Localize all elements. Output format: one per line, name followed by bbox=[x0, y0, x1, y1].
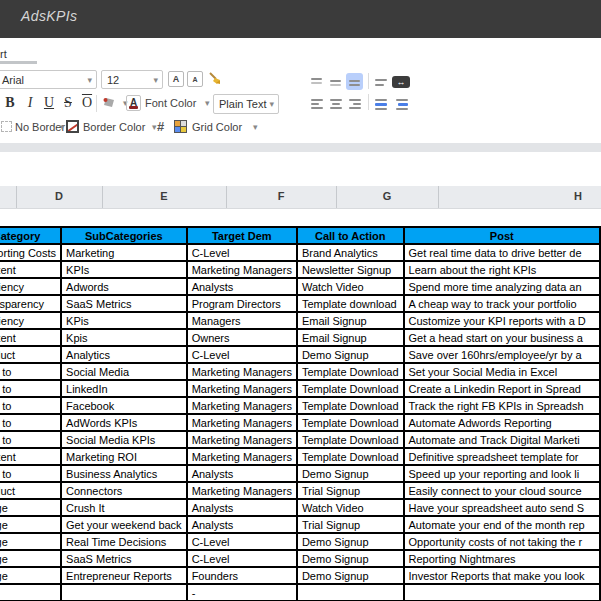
cell-category[interactable]: Reporting Costs bbox=[0, 244, 61, 261]
cell-target-dem[interactable]: Marketing Managers bbox=[187, 363, 297, 380]
cell-subcategories[interactable]: Crush It bbox=[61, 499, 187, 516]
cell-call-to-action[interactable]: Template Download bbox=[297, 380, 404, 397]
cell-category[interactable]: Image bbox=[0, 550, 61, 567]
cell-subcategories[interactable]: KPIs bbox=[61, 261, 187, 278]
border-color-icon[interactable] bbox=[66, 120, 79, 133]
cell-target-dem[interactable]: Program Directors bbox=[187, 295, 297, 312]
cell-subcategories[interactable]: Adwords bbox=[61, 278, 187, 295]
cell-category[interactable]: How to bbox=[0, 380, 61, 397]
chevron-down-icon[interactable]: ▾ bbox=[152, 122, 157, 132]
cell-subcategories[interactable]: Social Media KPIs bbox=[61, 431, 187, 448]
table-header-subcategories[interactable]: SubCategories bbox=[61, 227, 187, 244]
cell-subcategories[interactable]: Real Time Decisions bbox=[61, 533, 187, 550]
cell-category[interactable]: Product bbox=[0, 482, 61, 499]
grid-color-label[interactable]: Grid Color bbox=[192, 121, 242, 133]
cell-call-to-action[interactable]: Template Download bbox=[297, 397, 404, 414]
overline-button[interactable]: O bbox=[79, 95, 95, 111]
cell-category[interactable]: How to bbox=[0, 414, 61, 431]
cell-post[interactable]: Have your spreadsheet auto send S bbox=[404, 499, 600, 516]
cell-post[interactable]: Speed up your reporting and look li bbox=[404, 465, 600, 482]
font-color-label[interactable]: Font Color bbox=[145, 97, 196, 109]
font-size-select[interactable]: 12 ▾ bbox=[101, 70, 163, 89]
cell-category[interactable]: Content bbox=[0, 261, 61, 278]
cell-subcategories[interactable]: LinkedIn bbox=[61, 380, 187, 397]
vertical-align-top-button[interactable] bbox=[308, 74, 325, 91]
chevron-down-icon[interactable]: ▾ bbox=[253, 122, 258, 132]
bold-button[interactable]: B bbox=[2, 95, 18, 111]
cell-call-to-action[interactable]: Template Download bbox=[297, 363, 404, 380]
cell-post[interactable]: Create a Linkedin Report in Spread bbox=[404, 380, 600, 397]
column-separator[interactable] bbox=[226, 186, 227, 208]
cell-target-dem[interactable]: C-Level bbox=[187, 346, 297, 363]
column-separator[interactable] bbox=[438, 186, 439, 208]
cell-target-dem[interactable]: Analysts bbox=[187, 499, 297, 516]
cell-post[interactable] bbox=[404, 584, 600, 601]
cell-subcategories[interactable] bbox=[61, 584, 187, 601]
cell-post[interactable]: Definitive spreadsheet template for bbox=[404, 448, 600, 465]
cell-call-to-action[interactable]: Demo Signup bbox=[297, 346, 404, 363]
cell-subcategories[interactable]: AdWords KPIs bbox=[61, 414, 187, 431]
cell-call-to-action[interactable]: Template Download bbox=[297, 448, 404, 465]
cell-call-to-action[interactable]: Template download bbox=[297, 295, 404, 312]
cell-call-to-action[interactable]: Brand Analytics bbox=[297, 244, 404, 261]
cell-call-to-action[interactable] bbox=[297, 584, 404, 601]
cell-subcategories[interactable]: Marketing bbox=[61, 244, 187, 261]
cell-post[interactable]: Customize your KPI reports with a D bbox=[404, 312, 600, 329]
column-header-D[interactable]: D bbox=[55, 190, 63, 202]
cell-category[interactable]: Transparency bbox=[0, 295, 61, 312]
decrease-font-size-button[interactable]: A bbox=[187, 71, 203, 87]
no-border-icon[interactable] bbox=[1, 121, 12, 132]
cell-target-dem[interactable]: C-Level bbox=[187, 550, 297, 567]
font-color-icon[interactable]: A bbox=[126, 95, 141, 111]
border-color-label[interactable]: Border Color bbox=[83, 121, 145, 133]
cell-target-dem[interactable]: Marketing Managers bbox=[187, 482, 297, 499]
cell-call-to-action[interactable]: Demo Signup bbox=[297, 465, 404, 482]
cell-call-to-action[interactable]: Demo Signup bbox=[297, 567, 404, 584]
cell-post[interactable]: Automate your end of the month rep bbox=[404, 516, 600, 533]
cell-post[interactable]: Track the right FB KPIs in Spreadsh bbox=[404, 397, 600, 414]
cell-subcategories[interactable]: SaaS Metrics bbox=[61, 550, 187, 567]
column-header-F[interactable]: F bbox=[278, 190, 285, 202]
cell-call-to-action[interactable]: Template Download bbox=[297, 414, 404, 431]
font-family-select[interactable]: Arial ▾ bbox=[0, 70, 97, 89]
cell-subcategories[interactable]: Social Media bbox=[61, 363, 187, 380]
cell-target-dem[interactable]: Marketing Managers bbox=[187, 261, 297, 278]
cell-target-dem[interactable]: Marketing Managers bbox=[187, 380, 297, 397]
cell-category[interactable]: How to bbox=[0, 363, 61, 380]
cell-category[interactable]: Image bbox=[0, 499, 61, 516]
cell-call-to-action[interactable]: Watch Video bbox=[297, 278, 404, 295]
chevron-down-icon[interactable]: ▾ bbox=[205, 98, 210, 108]
cell-subcategories[interactable]: SaaS Metrics bbox=[61, 295, 187, 312]
table-header-target-dem[interactable]: Target Dem bbox=[187, 227, 297, 244]
cell-post[interactable]: Easily connect to your cloud source bbox=[404, 482, 600, 499]
paint-format-icon[interactable] bbox=[102, 96, 117, 110]
cell-call-to-action[interactable]: Trial Signup bbox=[297, 516, 404, 533]
cell-subcategories[interactable]: Entrepreneur Reports bbox=[61, 567, 187, 584]
cell-post[interactable]: Investor Reports that make you look bbox=[404, 567, 600, 584]
cell-post[interactable]: Reporting Nightmares bbox=[404, 550, 600, 567]
cell-subcategories[interactable]: Facebook bbox=[61, 397, 187, 414]
cell-post[interactable]: Opportunity costs of not taking the r bbox=[404, 533, 600, 550]
text-style-select[interactable]: Plain Text ▾ bbox=[213, 94, 279, 114]
cell-call-to-action[interactable]: Email Signup bbox=[297, 329, 404, 346]
cell-category[interactable]: Product bbox=[0, 346, 61, 363]
cell-target-dem[interactable]: Marketing Managers bbox=[187, 431, 297, 448]
cell-category[interactable]: Image bbox=[0, 567, 61, 584]
cell-call-to-action[interactable]: Watch Video bbox=[297, 499, 404, 516]
cell-call-to-action[interactable]: Demo Signup bbox=[297, 533, 404, 550]
cell-subcategories[interactable]: Get your weekend back bbox=[61, 516, 187, 533]
table-header-post[interactable]: Post bbox=[404, 227, 600, 244]
cell-target-dem[interactable]: Marketing Managers bbox=[187, 397, 297, 414]
column-header-G[interactable]: G bbox=[383, 190, 392, 202]
column-separator[interactable] bbox=[102, 186, 103, 208]
no-border-label[interactable]: No Border bbox=[15, 121, 65, 133]
cell-target-dem[interactable]: C-Level bbox=[187, 533, 297, 550]
cell-call-to-action[interactable]: Demo Signup bbox=[297, 550, 404, 567]
cell-post[interactable]: A cheap way to track your portfolio bbox=[404, 295, 600, 312]
cell-subcategories[interactable]: Analytics bbox=[61, 346, 187, 363]
column-separator[interactable] bbox=[16, 186, 17, 208]
table-header-call-to-action[interactable]: Call to Action bbox=[297, 227, 404, 244]
cell-post[interactable]: Get real time data to drive better de bbox=[404, 244, 600, 261]
cell-category[interactable]: Efficiency bbox=[0, 312, 61, 329]
cell-target-dem[interactable]: Analysts bbox=[187, 465, 297, 482]
